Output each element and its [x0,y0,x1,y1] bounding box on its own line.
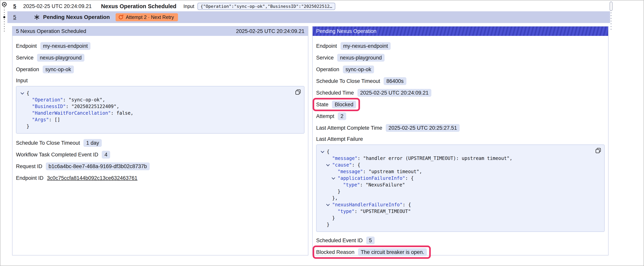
retry-attempt-badge: Attempt 2 · Next Retry [116,13,178,21]
field-row: Last Attempt Complete Time 2025-02-25 UT… [316,124,605,132]
input-preview-chip[interactable]: {"Operation":"sync-op-ok","BusinessID":"… [198,3,336,10]
field-label: State [316,102,328,108]
failure-section-label: Last Attempt Failure [316,136,605,142]
field-row: Operation sync-op-ok [16,66,304,73]
retry-icon [118,15,124,20]
field-value-chip: nexus-playground [37,54,84,62]
field-label: Workflow Task Completed Event ID [16,152,98,158]
field-row: Schedule To Close Timeout 86400s [316,77,605,85]
timeline-gutter [1,1,8,36]
field-value-chip: 2025-02-25 UTC 20:24:09.21 [358,89,431,97]
field-label: Schedule To Close Timeout [16,140,80,146]
field-value-chip: sync-op-ok [343,66,374,73]
collapse-chevron-icon[interactable] [327,203,330,206]
field-row: Endpoint ID 3c0c75ccfa8144b092c13ce63246… [16,174,304,182]
pending-title: Pending Nexus Operation [43,14,110,20]
field-value-chip: nexus-playground [337,54,384,62]
event-id-link[interactable]: 5 [13,3,16,9]
pending-operation-row[interactable]: 5 Pending Nexus Operation Attempt 2 · Ne… [8,11,610,23]
field-value-chip: 2 [338,112,346,120]
field-value-chip: 2025-02-25 UTC 20:25:27.51 [386,124,460,132]
field-row: Endpoint my-nexus-endpoint [316,42,605,50]
panel-title: Pending Nexus Operation [316,28,376,34]
field-label: Scheduled Time [316,90,354,96]
field-row: Scheduled Time 2025-02-25 UTC 20:24:09.2… [316,89,605,97]
event-detail-header: 5 Nexus Operation Scheduled 2025-02-25 U… [12,27,308,36]
input-code-block: {"Operation": "sync-op-ok","BusinessID":… [16,86,304,134]
field-row: Scheduled Event ID 5 [316,236,605,244]
collapse-chevron-icon[interactable] [21,92,24,94]
retry-badge-label: Attempt 2 · Next Retry [126,15,174,20]
endpoint-id-link[interactable]: 3c0c75ccfa8144b092c13ce632463761 [47,175,138,181]
field-value-chip: The circuit breaker is open. [358,248,427,256]
field-label: Blocked Reason [316,249,354,255]
event-detail-panel: 5 Nexus Operation Scheduled 2025-02-25 U… [12,26,308,255]
input-section-label: Input [16,78,304,84]
pending-operation-body: Endpoint my-nexus-endpoint Service nexus… [313,36,608,256]
collapse-chevron-icon[interactable] [332,176,335,179]
timeline-marker-icon [1,1,8,34]
scrollbar[interactable] [609,2,613,32]
field-value-chip: b1c6a4bc-8ee7-468a-9169-df3b02c8737b [46,162,150,170]
field-value-chip: 5 [366,236,375,244]
field-value-chip: Blocked [332,101,356,108]
scrollbar-thumb[interactable] [610,2,612,11]
collapse-chevron-icon[interactable] [321,150,324,153]
field-label: Endpoint ID [16,175,44,181]
pending-asterisk-icon [34,15,40,20]
field-row: Request ID b1c6a4bc-8ee7-468a-9169-df3b0… [16,162,304,170]
field-value-chip: my-nexus-endpoint [340,42,391,50]
event-detail-body: Endpoint my-nexus-endpoint Service nexus… [12,36,308,182]
copy-icon[interactable] [595,148,601,153]
detail-panels: 5 Nexus Operation Scheduled 2025-02-25 U… [12,26,608,255]
pending-operation-header: Pending Nexus Operation [313,27,608,36]
field-row-state: State Blocked [316,101,605,108]
field-row: Endpoint my-nexus-endpoint [16,42,304,50]
field-label: Operation [316,67,339,73]
field-row: Workflow Task Completed Event ID 4 [16,151,304,159]
field-label: Operation [16,67,39,73]
field-value-chip: 4 [102,151,110,159]
panel-title: 5 Nexus Operation Scheduled [16,28,86,34]
pending-operation-panel: Pending Nexus Operation Endpoint my-nexu… [312,26,608,255]
field-value-chip: 1 day [84,139,102,147]
blocked-reason-field: Blocked Reason The circuit breaker is op… [316,248,427,256]
field-label: Endpoint [316,43,337,49]
field-row: Operation sync-op-ok [316,66,605,73]
field-label: Endpoint [16,43,37,49]
field-label: Attempt [316,113,334,119]
input-label: Input [184,4,194,9]
field-value-chip: 86400s [384,77,406,85]
panel-timestamp: 2025-02-25 UTC 20:24:09.21 [236,28,304,34]
event-title: Nexus Operation Scheduled [101,3,176,10]
field-row: Attempt 2 [316,112,605,120]
field-label: Last Attempt Complete Time [316,125,382,131]
field-label: Service [16,55,34,61]
state-field: State Blocked [316,101,356,108]
field-label: Request ID [16,163,42,169]
collapse-chevron-icon[interactable] [327,163,330,166]
field-row: Service nexus-playground [316,54,605,62]
field-value-chip: sync-op-ok [43,66,74,73]
copy-icon[interactable] [295,89,301,95]
workflow-event-history-screen: 5 2025-02-25 UTC 20:24:09.21 Nexus Opera… [0,0,644,266]
field-row: Schedule To Close Timeout 1 day [16,139,304,147]
event-timestamp: 2025-02-25 UTC 20:24:09.21 [23,3,92,9]
field-label: Service [316,55,334,61]
field-row: Service nexus-playground [16,54,304,62]
event-row[interactable]: 5 2025-02-25 UTC 20:24:09.21 Nexus Opera… [8,1,335,11]
field-row-blocked-reason: Blocked Reason The circuit breaker is op… [316,248,605,256]
field-label: Schedule To Close Timeout [316,78,380,84]
failure-code-block: {"message": "handler error (UPSTREAM_TIM… [316,144,605,232]
pending-event-id-link[interactable]: 5 [13,14,16,20]
scrollbar-track [611,13,612,31]
field-label: Scheduled Event ID [316,237,363,243]
field-value-chip: my-nexus-endpoint [40,42,91,50]
